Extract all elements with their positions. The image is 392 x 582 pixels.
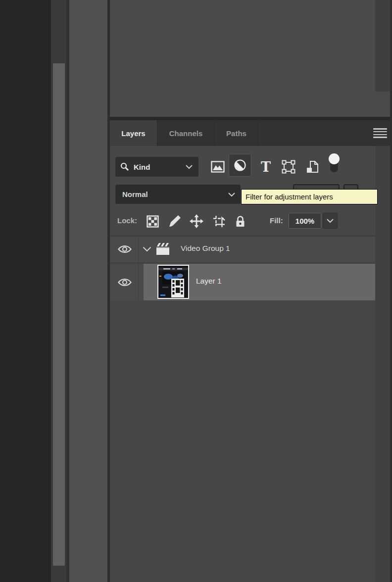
lock-artboard-nesting-button[interactable] (211, 214, 226, 229)
lock-transparent-pixels-button[interactable] (145, 214, 160, 229)
adjustment-layers-filter-icon (234, 159, 246, 172)
photoshop-panel-region: Layers Channels Paths Kind (0, 0, 392, 582)
search-icon (120, 162, 129, 171)
visibility-toggle-layer[interactable] (118, 277, 132, 287)
blend-mode-value: Normal (122, 190, 148, 198)
smart-object-filter-icon (306, 160, 319, 174)
upper-panel-area (110, 0, 392, 117)
lock-bar: Lock: (110, 208, 375, 235)
layer-row-selected[interactable]: Layer 1 (110, 264, 375, 300)
tab-paths[interactable]: Paths (215, 120, 258, 146)
tab-divider (258, 120, 258, 146)
layer-filtering-toggle[interactable] (328, 153, 340, 174)
tab-channels-label: Channels (169, 129, 203, 138)
adjustment-layers-filter-button[interactable] (229, 154, 251, 177)
panel-right-border (390, 0, 392, 582)
lock-transparent-pixels-icon (147, 215, 159, 228)
fill-value: 100% (295, 217, 314, 225)
dark-sidebar (0, 0, 51, 582)
shape-layers-filter-icon (282, 160, 295, 174)
lock-icon (235, 215, 245, 228)
fill-label: Fill: (270, 216, 283, 225)
smart-object-filter-button[interactable] (303, 157, 322, 176)
vertical-scrollbar-thumb[interactable] (53, 63, 65, 566)
kind-filter-label: Kind (134, 163, 150, 171)
panel-tab-bar: Layers Channels Paths (110, 120, 390, 146)
eye-column-divider (138, 237, 139, 300)
visibility-toggle-group[interactable] (118, 244, 132, 254)
panel-menu-button[interactable] (373, 128, 387, 138)
toggle-knob (329, 153, 340, 164)
lock-position-button[interactable] (189, 214, 204, 229)
layer-name[interactable]: Layer 1 (196, 277, 222, 286)
chevron-down-icon (186, 165, 193, 169)
tab-layers[interactable]: Layers (110, 120, 157, 146)
tab-paths-label: Paths (226, 129, 246, 138)
lock-all-button[interactable] (233, 214, 247, 229)
chevron-down-icon (228, 193, 235, 197)
upper-panel-scroll-strip (375, 0, 390, 92)
panel-gutter-strip (69, 0, 107, 582)
layer-thumbnail[interactable] (157, 265, 189, 299)
film-strip-icon (171, 279, 184, 297)
tab-layers-label: Layers (121, 129, 145, 138)
tooltip-text: Filter for adjustment layers (245, 193, 333, 201)
type-layers-filter-icon: T (261, 160, 271, 174)
lock-label: Lock: (117, 216, 137, 225)
panel-separator (110, 117, 392, 120)
layers-panel-right-gutter (375, 146, 390, 582)
tab-channels[interactable]: Channels (157, 120, 214, 146)
group-expand-chevron-icon[interactable] (143, 246, 151, 252)
pixel-layers-filter-icon (211, 161, 225, 173)
layer-group-row[interactable]: Video Group 1 (110, 237, 375, 262)
paintbrush-icon (168, 215, 181, 228)
chevron-down-icon (327, 219, 334, 223)
move-icon (190, 214, 203, 228)
video-group-clapper-icon (155, 242, 170, 255)
fill-dropdown-button[interactable] (323, 213, 338, 229)
pixel-layers-filter-button[interactable] (208, 157, 227, 176)
layers-panel-empty-area (110, 300, 375, 582)
layer-thumbnail-image (158, 266, 188, 298)
blend-mode-dropdown[interactable]: Normal (115, 185, 241, 204)
hamburger-menu-icon (373, 128, 387, 130)
group-name[interactable]: Video Group 1 (181, 244, 230, 253)
shape-layers-filter-button[interactable] (279, 157, 298, 176)
artboard-icon (212, 215, 226, 228)
type-layers-filter-button[interactable]: T (256, 157, 275, 176)
layer-filter-bar: Kind T (110, 146, 375, 182)
kind-filter-dropdown[interactable]: Kind (115, 157, 198, 177)
lock-image-pixels-button[interactable] (167, 214, 182, 229)
tooltip: Filter for adjustment layers (241, 189, 378, 204)
fill-value-box[interactable]: 100% (289, 213, 321, 229)
eye-icon (118, 244, 132, 254)
eye-icon (118, 278, 132, 287)
